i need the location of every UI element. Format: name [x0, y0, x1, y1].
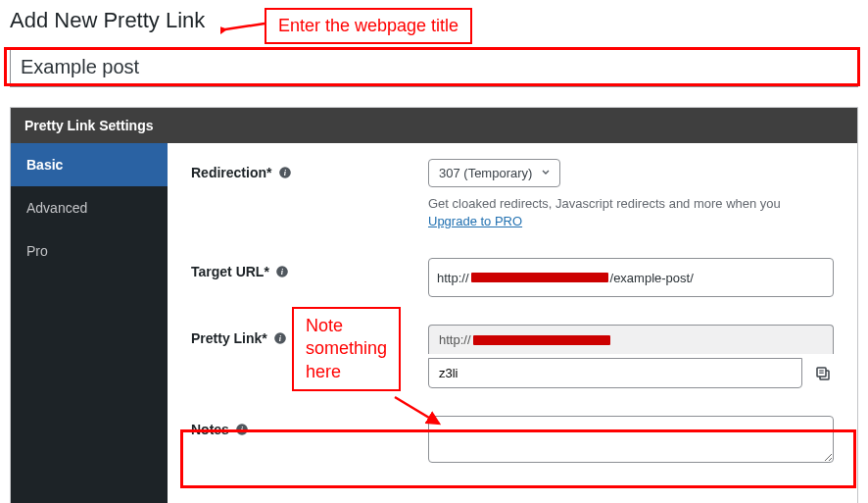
tab-basic[interactable]: Basic [11, 143, 168, 186]
target-url-input[interactable]: http:///example-post/ [428, 258, 834, 297]
settings-panel: Pretty Link Settings Basic Advanced Pro … [10, 107, 858, 503]
pretty-link-base: http:// [428, 325, 834, 354]
notes-input[interactable] [428, 416, 834, 463]
title-input[interactable] [11, 48, 857, 86]
info-icon[interactable]: i [273, 331, 288, 346]
page-title: Add New Pretty Link [10, 8, 858, 33]
panel-header: Pretty Link Settings [11, 108, 857, 143]
label-redirection: Redirection* [191, 165, 271, 180]
row-notes: Notes i [191, 416, 834, 466]
copy-icon[interactable] [812, 363, 834, 384]
row-target-url: Target URL* i http:///example-post/ [191, 258, 834, 297]
tab-advanced[interactable]: Advanced [11, 186, 168, 229]
svg-rect-7 [817, 368, 826, 377]
title-input-container [10, 47, 858, 87]
pretty-link-slug-input[interactable] [428, 358, 802, 388]
tab-pro[interactable]: Pro [11, 229, 168, 273]
tabs-sidebar: Basic Advanced Pro [11, 143, 168, 503]
info-icon[interactable]: i [275, 265, 290, 279]
upgrade-link[interactable]: Upgrade to PRO [428, 214, 522, 228]
info-icon[interactable]: i [235, 423, 250, 437]
row-redirection: Redirection* i 307 (Temporary) [191, 159, 834, 230]
redacted-text [471, 273, 608, 282]
redacted-text [473, 335, 610, 345]
row-pretty-link: Pretty Link* i http:// [191, 325, 834, 388]
redirection-help: Get cloaked redirects, Javascript redire… [428, 195, 834, 230]
redirection-select[interactable]: 307 (Temporary) [428, 159, 560, 187]
redirection-value: 307 (Temporary) [439, 166, 532, 180]
label-notes: Notes [191, 422, 229, 437]
label-target-url: Target URL* [191, 264, 269, 279]
info-icon[interactable]: i [277, 166, 292, 180]
chevron-down-icon [540, 166, 552, 180]
label-pretty-link: Pretty Link* [191, 330, 267, 346]
form-area: Redirection* i 307 (Temporary) [168, 143, 857, 503]
